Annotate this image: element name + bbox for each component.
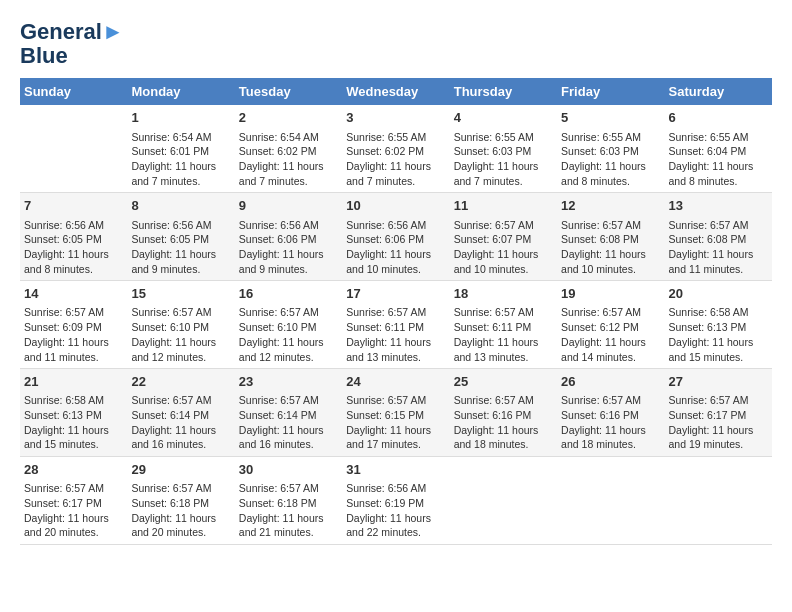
day-info: Sunrise: 6:57 AM Sunset: 6:15 PM Dayligh… <box>346 393 445 452</box>
calendar-cell: 28Sunrise: 6:57 AM Sunset: 6:17 PM Dayli… <box>20 457 127 545</box>
header-day-thursday: Thursday <box>450 78 557 105</box>
calendar-cell: 1Sunrise: 6:54 AM Sunset: 6:01 PM Daylig… <box>127 105 234 192</box>
day-info: Sunrise: 6:57 AM Sunset: 6:08 PM Dayligh… <box>561 218 660 277</box>
day-number: 1 <box>131 109 230 127</box>
calendar-cell: 2Sunrise: 6:54 AM Sunset: 6:02 PM Daylig… <box>235 105 342 192</box>
day-number: 23 <box>239 373 338 391</box>
calendar-cell: 6Sunrise: 6:55 AM Sunset: 6:04 PM Daylig… <box>665 105 772 192</box>
day-info: Sunrise: 6:56 AM Sunset: 6:05 PM Dayligh… <box>24 218 123 277</box>
day-number: 14 <box>24 285 123 303</box>
day-info: Sunrise: 6:57 AM Sunset: 6:11 PM Dayligh… <box>454 305 553 364</box>
day-number: 25 <box>454 373 553 391</box>
day-number: 16 <box>239 285 338 303</box>
calendar-cell: 7Sunrise: 6:56 AM Sunset: 6:05 PM Daylig… <box>20 193 127 281</box>
calendar-cell: 17Sunrise: 6:57 AM Sunset: 6:11 PM Dayli… <box>342 281 449 369</box>
day-number: 27 <box>669 373 768 391</box>
logo: General►Blue <box>20 20 124 68</box>
calendar-cell: 21Sunrise: 6:58 AM Sunset: 6:13 PM Dayli… <box>20 369 127 457</box>
day-info: Sunrise: 6:55 AM Sunset: 6:04 PM Dayligh… <box>669 130 768 189</box>
calendar-cell: 22Sunrise: 6:57 AM Sunset: 6:14 PM Dayli… <box>127 369 234 457</box>
day-number: 12 <box>561 197 660 215</box>
calendar-cell: 24Sunrise: 6:57 AM Sunset: 6:15 PM Dayli… <box>342 369 449 457</box>
day-number: 5 <box>561 109 660 127</box>
header-day-sunday: Sunday <box>20 78 127 105</box>
day-number: 30 <box>239 461 338 479</box>
calendar-cell <box>557 457 664 545</box>
calendar-cell: 13Sunrise: 6:57 AM Sunset: 6:08 PM Dayli… <box>665 193 772 281</box>
calendar-cell: 29Sunrise: 6:57 AM Sunset: 6:18 PM Dayli… <box>127 457 234 545</box>
calendar-cell: 11Sunrise: 6:57 AM Sunset: 6:07 PM Dayli… <box>450 193 557 281</box>
calendar-cell <box>450 457 557 545</box>
day-info: Sunrise: 6:57 AM Sunset: 6:12 PM Dayligh… <box>561 305 660 364</box>
calendar-table: SundayMondayTuesdayWednesdayThursdayFrid… <box>20 78 772 545</box>
day-info: Sunrise: 6:57 AM Sunset: 6:09 PM Dayligh… <box>24 305 123 364</box>
calendar-cell: 26Sunrise: 6:57 AM Sunset: 6:16 PM Dayli… <box>557 369 664 457</box>
day-number: 26 <box>561 373 660 391</box>
day-info: Sunrise: 6:57 AM Sunset: 6:14 PM Dayligh… <box>239 393 338 452</box>
day-info: Sunrise: 6:57 AM Sunset: 6:17 PM Dayligh… <box>24 481 123 540</box>
calendar-cell: 18Sunrise: 6:57 AM Sunset: 6:11 PM Dayli… <box>450 281 557 369</box>
day-info: Sunrise: 6:57 AM Sunset: 6:16 PM Dayligh… <box>454 393 553 452</box>
day-number: 3 <box>346 109 445 127</box>
day-info: Sunrise: 6:54 AM Sunset: 6:01 PM Dayligh… <box>131 130 230 189</box>
day-info: Sunrise: 6:57 AM Sunset: 6:18 PM Dayligh… <box>131 481 230 540</box>
day-number: 24 <box>346 373 445 391</box>
day-info: Sunrise: 6:56 AM Sunset: 6:06 PM Dayligh… <box>346 218 445 277</box>
header-day-monday: Monday <box>127 78 234 105</box>
header-day-tuesday: Tuesday <box>235 78 342 105</box>
day-number: 17 <box>346 285 445 303</box>
calendar-cell: 20Sunrise: 6:58 AM Sunset: 6:13 PM Dayli… <box>665 281 772 369</box>
day-number: 29 <box>131 461 230 479</box>
day-info: Sunrise: 6:57 AM Sunset: 6:07 PM Dayligh… <box>454 218 553 277</box>
calendar-cell: 15Sunrise: 6:57 AM Sunset: 6:10 PM Dayli… <box>127 281 234 369</box>
day-number: 7 <box>24 197 123 215</box>
day-info: Sunrise: 6:57 AM Sunset: 6:08 PM Dayligh… <box>669 218 768 277</box>
calendar-week-row: 28Sunrise: 6:57 AM Sunset: 6:17 PM Dayli… <box>20 457 772 545</box>
day-info: Sunrise: 6:54 AM Sunset: 6:02 PM Dayligh… <box>239 130 338 189</box>
page-header: General►Blue <box>20 20 772 68</box>
calendar-cell <box>20 105 127 192</box>
day-info: Sunrise: 6:55 AM Sunset: 6:03 PM Dayligh… <box>454 130 553 189</box>
calendar-cell: 31Sunrise: 6:56 AM Sunset: 6:19 PM Dayli… <box>342 457 449 545</box>
header-day-saturday: Saturday <box>665 78 772 105</box>
calendar-cell: 16Sunrise: 6:57 AM Sunset: 6:10 PM Dayli… <box>235 281 342 369</box>
calendar-cell: 10Sunrise: 6:56 AM Sunset: 6:06 PM Dayli… <box>342 193 449 281</box>
calendar-week-row: 7Sunrise: 6:56 AM Sunset: 6:05 PM Daylig… <box>20 193 772 281</box>
day-info: Sunrise: 6:56 AM Sunset: 6:19 PM Dayligh… <box>346 481 445 540</box>
day-info: Sunrise: 6:55 AM Sunset: 6:02 PM Dayligh… <box>346 130 445 189</box>
day-number: 31 <box>346 461 445 479</box>
day-number: 4 <box>454 109 553 127</box>
header-day-wednesday: Wednesday <box>342 78 449 105</box>
calendar-cell: 12Sunrise: 6:57 AM Sunset: 6:08 PM Dayli… <box>557 193 664 281</box>
calendar-cell: 8Sunrise: 6:56 AM Sunset: 6:05 PM Daylig… <box>127 193 234 281</box>
header-day-friday: Friday <box>557 78 664 105</box>
day-number: 11 <box>454 197 553 215</box>
day-number: 15 <box>131 285 230 303</box>
day-number: 6 <box>669 109 768 127</box>
day-info: Sunrise: 6:58 AM Sunset: 6:13 PM Dayligh… <box>669 305 768 364</box>
day-number: 8 <box>131 197 230 215</box>
day-number: 2 <box>239 109 338 127</box>
day-info: Sunrise: 6:56 AM Sunset: 6:06 PM Dayligh… <box>239 218 338 277</box>
calendar-cell: 9Sunrise: 6:56 AM Sunset: 6:06 PM Daylig… <box>235 193 342 281</box>
calendar-cell: 27Sunrise: 6:57 AM Sunset: 6:17 PM Dayli… <box>665 369 772 457</box>
calendar-cell: 25Sunrise: 6:57 AM Sunset: 6:16 PM Dayli… <box>450 369 557 457</box>
calendar-week-row: 21Sunrise: 6:58 AM Sunset: 6:13 PM Dayli… <box>20 369 772 457</box>
day-number: 20 <box>669 285 768 303</box>
day-info: Sunrise: 6:57 AM Sunset: 6:17 PM Dayligh… <box>669 393 768 452</box>
day-number: 19 <box>561 285 660 303</box>
day-info: Sunrise: 6:57 AM Sunset: 6:10 PM Dayligh… <box>239 305 338 364</box>
day-number: 10 <box>346 197 445 215</box>
day-info: Sunrise: 6:57 AM Sunset: 6:16 PM Dayligh… <box>561 393 660 452</box>
calendar-cell: 4Sunrise: 6:55 AM Sunset: 6:03 PM Daylig… <box>450 105 557 192</box>
calendar-cell <box>665 457 772 545</box>
calendar-cell: 19Sunrise: 6:57 AM Sunset: 6:12 PM Dayli… <box>557 281 664 369</box>
calendar-header-row: SundayMondayTuesdayWednesdayThursdayFrid… <box>20 78 772 105</box>
day-info: Sunrise: 6:58 AM Sunset: 6:13 PM Dayligh… <box>24 393 123 452</box>
calendar-cell: 30Sunrise: 6:57 AM Sunset: 6:18 PM Dayli… <box>235 457 342 545</box>
day-info: Sunrise: 6:57 AM Sunset: 6:14 PM Dayligh… <box>131 393 230 452</box>
calendar-cell: 5Sunrise: 6:55 AM Sunset: 6:03 PM Daylig… <box>557 105 664 192</box>
calendar-week-row: 14Sunrise: 6:57 AM Sunset: 6:09 PM Dayli… <box>20 281 772 369</box>
logo-text: General►Blue <box>20 20 124 68</box>
day-number: 21 <box>24 373 123 391</box>
